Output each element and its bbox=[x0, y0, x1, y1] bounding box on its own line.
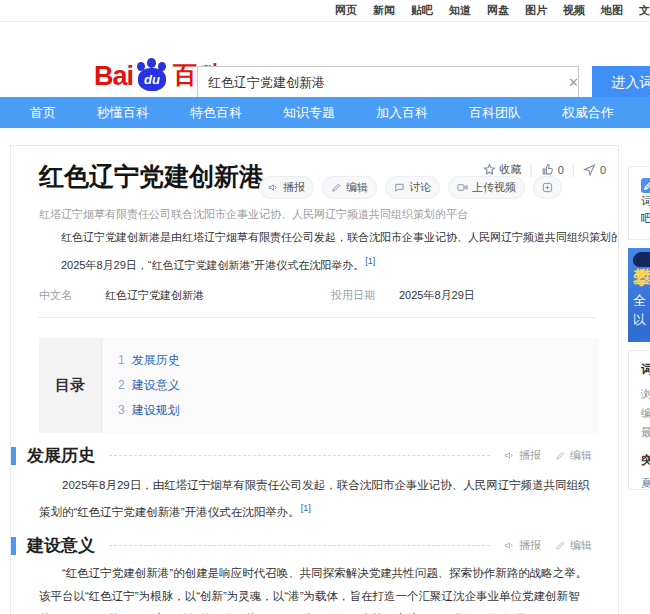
search-input[interactable] bbox=[197, 66, 579, 99]
add-button[interactable] bbox=[533, 176, 562, 199]
clear-search-icon[interactable]: ✕ bbox=[568, 75, 579, 90]
pencil-icon bbox=[555, 540, 566, 551]
pencil-icon bbox=[555, 450, 566, 461]
basic-info-table: 中文名 红色辽宁党建创新港 投用日期 2025年8月29日 bbox=[39, 288, 595, 318]
toc-number: 2 bbox=[118, 378, 125, 392]
edit-prompt-line bbox=[641, 176, 650, 193]
broadcast-button[interactable]: 播报 bbox=[259, 176, 314, 199]
upload-video-button[interactable]: 上传视频 bbox=[448, 176, 525, 199]
topnav-pan[interactable]: 网盘 bbox=[487, 3, 509, 18]
nav-quanwei[interactable]: 权威合作 bbox=[562, 104, 614, 122]
reference-link[interactable]: [1] bbox=[301, 503, 311, 513]
contributor-username[interactable]: 夏莫 bbox=[641, 476, 650, 491]
banner-text: 以 bbox=[633, 311, 646, 329]
section-broadcast-button[interactable]: 播报 bbox=[504, 448, 541, 463]
pencil-icon bbox=[331, 182, 342, 193]
edit-button[interactable]: 编辑 bbox=[322, 176, 377, 199]
table-of-contents: 目录 1发展历史 2建设意义 3建设规划 bbox=[39, 338, 599, 433]
reference-link[interactable]: [1] bbox=[365, 256, 375, 266]
speaker-icon bbox=[504, 540, 515, 551]
favorite-button[interactable]: 收藏 bbox=[483, 162, 522, 177]
share-count: 0 bbox=[600, 164, 606, 176]
broadcast-label: 播报 bbox=[519, 448, 541, 463]
plus-icon bbox=[542, 182, 553, 193]
section-text: “红色辽宁党建创新港”的创建是响应时代召唤、共同探索解决党建共性问题、探索协作新… bbox=[39, 567, 587, 614]
nav-home[interactable]: 首页 bbox=[30, 104, 56, 122]
info-value-launch-date: 2025年8月29日 bbox=[399, 288, 595, 303]
section-heading: 建设意义 bbox=[27, 534, 95, 557]
section-broadcast-button[interactable]: 播报 bbox=[504, 538, 541, 553]
enter-entry-button[interactable]: 进入词条 bbox=[592, 66, 650, 99]
topnav-tieba[interactable]: 贴吧 bbox=[411, 3, 433, 18]
share-button[interactable]: 0 bbox=[583, 163, 606, 176]
toc-item-significance[interactable]: 2建设意义 bbox=[118, 377, 599, 394]
section-edit-button[interactable]: 编辑 bbox=[555, 448, 592, 463]
nav-zhuanti[interactable]: 知识专题 bbox=[283, 104, 335, 122]
toc-title: 目录 bbox=[39, 338, 101, 433]
info-label-launch-date: 投用日期 bbox=[331, 288, 399, 303]
edit-label: 编辑 bbox=[570, 448, 592, 463]
divider bbox=[109, 455, 490, 456]
topnav-wenku[interactable]: 文库 bbox=[639, 3, 650, 18]
summary-paragraph: 2025年8月29日，“红色辽宁党建创新港”开港仪式在沈阳举办。[1] bbox=[39, 256, 617, 273]
summary-text: 2025年8月29日，“红色辽宁党建创新港”开港仪式在沈阳举办。 bbox=[61, 259, 364, 271]
toc-label: 发展历史 bbox=[132, 353, 180, 367]
section-header-significance: 建设意义 播报 编辑 bbox=[11, 534, 618, 557]
nav-miaodong[interactable]: 秒懂百科 bbox=[97, 104, 149, 122]
toc-list: 1发展历史 2建设意义 3建设规划 bbox=[101, 338, 599, 433]
speaker-icon bbox=[504, 450, 515, 461]
topnav-web[interactable]: 网页 bbox=[335, 3, 357, 18]
article-subtitle: 红塔辽宁烟草有限责任公司联合沈阳市企事业记协、人民网辽宁频道共同组织策划的平台 bbox=[39, 207, 468, 222]
topnav-video[interactable]: 视频 bbox=[563, 3, 585, 18]
banner-text: 攀 bbox=[633, 265, 650, 291]
nav-join[interactable]: 加入百科 bbox=[376, 104, 428, 122]
entry-edit-prompt-box[interactable]: 词条 吧! bbox=[628, 166, 650, 240]
stats-edits: 编辑次数： bbox=[641, 404, 650, 423]
stats-title: 词条统计 bbox=[641, 361, 650, 378]
toc-number: 3 bbox=[118, 403, 125, 417]
favorite-label: 收藏 bbox=[500, 162, 522, 177]
like-button[interactable]: 0 bbox=[541, 163, 564, 176]
discuss-label: 讨论 bbox=[409, 180, 431, 195]
section-paragraph: “红色辽宁党建创新港”的创建是响应时代召唤、共同探索解决党建共性问题、探索协作新… bbox=[39, 562, 597, 614]
topnav-news[interactable]: 新闻 bbox=[373, 3, 395, 18]
section-heading: 发展历史 bbox=[27, 444, 95, 467]
header: Bai du 百科 ✕ 进入词条 bbox=[0, 22, 650, 96]
chat-icon bbox=[394, 182, 405, 193]
edit-prompt-line: 吧! bbox=[641, 210, 650, 227]
nav-tese[interactable]: 特色百科 bbox=[190, 104, 242, 122]
topnav-zhidao[interactable]: 知道 bbox=[449, 3, 471, 18]
edit-label: 编辑 bbox=[346, 180, 368, 195]
topnav-images[interactable]: 图片 bbox=[525, 3, 547, 18]
nav-team[interactable]: 百科团队 bbox=[469, 104, 521, 122]
title-buttons: 播报 编辑 讨论 上传视频 bbox=[259, 176, 562, 199]
top-utility-nav: 网页 新闻 贴吧 知道 网盘 图片 视频 地图 文库 bbox=[0, 0, 650, 22]
section-actions: 播报 编辑 bbox=[504, 538, 592, 553]
article-actions: 收藏 | 0 | 0 bbox=[483, 162, 607, 177]
logo-text-du: du bbox=[134, 72, 170, 87]
promo-banner[interactable]: 攀 全 以 bbox=[628, 248, 650, 342]
page-title: 红色辽宁党建创新港 bbox=[39, 160, 264, 193]
section-text: 2025年8月29日，由红塔辽宁烟草有限责任公司发起，联合沈阳市企事业记协、人民… bbox=[39, 479, 590, 518]
toc-item-history[interactable]: 1发展历史 bbox=[118, 352, 599, 369]
baidu-paw-icon: du bbox=[134, 58, 170, 92]
broadcast-label: 播报 bbox=[519, 538, 541, 553]
banner-text: 全 bbox=[633, 292, 646, 310]
thumb-up-icon bbox=[541, 163, 554, 176]
article-card: 收藏 | 0 | 0 红色辽宁党建创新港 播报 编辑 讨论 上传视频 bbox=[10, 145, 619, 614]
toc-label: 建设规划 bbox=[132, 403, 180, 417]
divider bbox=[109, 545, 490, 546]
logo-text-bai: Bai bbox=[94, 61, 133, 92]
section-header-history: 发展历史 播报 编辑 bbox=[11, 444, 618, 467]
edit-pencil-icon bbox=[641, 178, 650, 193]
discuss-button[interactable]: 讨论 bbox=[385, 176, 440, 199]
section-actions: 播报 编辑 bbox=[504, 448, 592, 463]
toc-label: 建设意义 bbox=[132, 378, 180, 392]
topnav-map[interactable]: 地图 bbox=[601, 3, 623, 18]
like-count: 0 bbox=[558, 164, 564, 176]
toc-item-planning[interactable]: 3建设规划 bbox=[118, 402, 599, 419]
section-bar bbox=[11, 537, 16, 555]
star-icon bbox=[483, 163, 496, 176]
section-bar bbox=[11, 447, 16, 465]
section-edit-button[interactable]: 编辑 bbox=[555, 538, 592, 553]
